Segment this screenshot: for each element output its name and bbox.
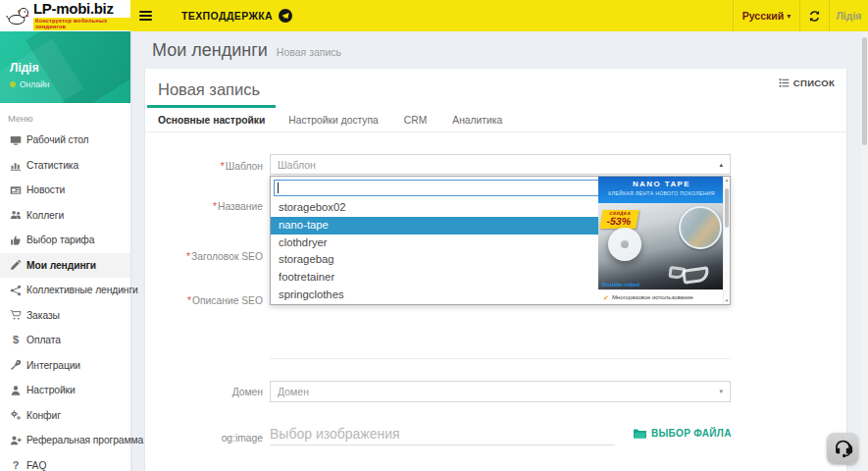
online-status-label: Онлайн bbox=[20, 79, 49, 89]
list-icon bbox=[779, 78, 790, 88]
sidebar: Лідія Онлайн Меню Рабочий стол Статистик… bbox=[0, 31, 130, 471]
logo-tagline: Конструктор мобильных лендингов bbox=[33, 18, 130, 30]
breadcrumb-current: Новая запись bbox=[277, 46, 341, 58]
sidebar-item-referral[interactable]: Реферальная программа bbox=[0, 428, 130, 453]
og-image-field-label: og:image bbox=[145, 433, 263, 444]
page-title: Мои лендинги bbox=[152, 40, 268, 61]
og-image-input[interactable] bbox=[270, 422, 615, 445]
sidebar-profile: Лідія Онлайн bbox=[0, 31, 130, 103]
logo-title: LP-mobi.biz bbox=[33, 1, 130, 16]
option-footretainer[interactable]: footretainer bbox=[271, 269, 598, 287]
sidebar-item-collective-landings[interactable]: Коллективные лендинги bbox=[0, 278, 130, 303]
sidebar-item-statistics[interactable]: Статистика bbox=[0, 153, 130, 179]
folder-icon bbox=[634, 428, 646, 439]
page-scrollbar[interactable] bbox=[861, 31, 868, 471]
online-status-dot bbox=[10, 81, 16, 87]
gears-icon bbox=[9, 409, 23, 421]
preview-photo: СКИДКА -53% Double-sided bbox=[598, 203, 725, 289]
user-plus-icon bbox=[9, 435, 23, 446]
text-cursor bbox=[278, 183, 279, 193]
list-button[interactable]: СПИСОК bbox=[779, 78, 835, 88]
check-icon: ✔ bbox=[603, 294, 609, 301]
seo-description-field-label: *Описание SEO bbox=[145, 295, 263, 306]
app-logo[interactable]: LP-mobi.biz Конструктор мобильных лендин… bbox=[0, 0, 130, 31]
headset-icon bbox=[833, 439, 853, 459]
sidebar-item-settings[interactable]: Настройки bbox=[0, 378, 130, 403]
support-label: ТЕХПОДДЕРЖКА bbox=[181, 10, 273, 22]
topbar-username: Лідія bbox=[837, 10, 862, 22]
preview-photo-caption: Double-sided bbox=[602, 282, 639, 288]
dollar-icon: $ bbox=[9, 335, 23, 345]
topbar: LP-mobi.biz Конструктор мобильных лендин… bbox=[0, 0, 868, 31]
desktop-icon bbox=[9, 134, 23, 146]
dropdown-scrollbar[interactable]: ▲ ▼ bbox=[723, 177, 730, 304]
profile-name: Лідія bbox=[10, 61, 39, 75]
discount-badge: СКИДКА -53% bbox=[599, 210, 638, 229]
thumbs-up-icon bbox=[9, 235, 23, 246]
dog-logo-icon bbox=[5, 4, 30, 27]
sidebar-item-my-landings[interactable]: Мои лендинги bbox=[0, 253, 130, 279]
hamburger-icon bbox=[139, 9, 152, 23]
sidebar-item-faq[interactable]: ? FAQ bbox=[0, 453, 130, 471]
page-scrollbar-thumb[interactable] bbox=[862, 37, 867, 145]
refresh-icon bbox=[808, 10, 821, 23]
sidebar-item-payment[interactable]: $ Оплата bbox=[0, 328, 130, 353]
support-link[interactable]: ТЕХПОДДЕРЖКА bbox=[181, 0, 292, 31]
pencil-icon bbox=[9, 259, 23, 271]
template-select[interactable]: Шаблон ▴ bbox=[270, 154, 731, 175]
tab-access-settings[interactable]: Настройки доступа bbox=[276, 105, 391, 131]
template-dropdown: storagebox02 nano-tape clothdryer storag… bbox=[270, 176, 731, 305]
sidebar-item-colleagues[interactable]: Коллеги bbox=[0, 203, 130, 229]
scroll-down-icon: ▼ bbox=[724, 298, 730, 303]
tab-bar: Основные настройки Настройки доступа CRM… bbox=[145, 105, 846, 132]
question-icon: ? bbox=[9, 460, 23, 471]
option-springclothes[interactable]: springclothes bbox=[271, 287, 598, 304]
option-nano-tape[interactable]: nano-tape bbox=[271, 217, 598, 235]
tape-strip-graphic bbox=[682, 266, 710, 285]
template-preview-image[interactable]: NANO TAPE КЛЕЙКАЯ ЛЕНТА НОВОГО ПОКОЛЕНИЯ… bbox=[598, 177, 725, 304]
breadcrumb: Мои лендинги Новая запись bbox=[130, 31, 868, 69]
name-field-label: *Название bbox=[145, 201, 263, 212]
caret-up-icon: ▴ bbox=[719, 161, 723, 169]
support-chat-button[interactable] bbox=[827, 433, 858, 464]
language-selector[interactable]: Русский ▾ bbox=[733, 0, 799, 31]
telegram-icon bbox=[279, 9, 292, 23]
share-icon bbox=[9, 285, 23, 296]
refresh-button[interactable] bbox=[799, 0, 829, 31]
dropdown-options: storagebox02 nano-tape clothdryer storag… bbox=[271, 199, 598, 304]
domain-select[interactable]: Домен ▾ bbox=[270, 381, 731, 402]
user-menu[interactable]: Лідія bbox=[829, 0, 868, 31]
domain-field-label: Домен bbox=[145, 387, 263, 397]
form-divider bbox=[270, 358, 731, 359]
sidebar-menu: Рабочий стол Статистика Новости Коллеги … bbox=[0, 128, 130, 471]
card-title: Новая запись bbox=[158, 80, 260, 99]
seo-title-field-label: *Заголовок SEO bbox=[145, 251, 263, 262]
user-icon bbox=[9, 385, 23, 396]
tab-crm[interactable]: CRM bbox=[391, 105, 439, 131]
tab-analytics[interactable]: Аналитика bbox=[439, 105, 515, 131]
sidebar-toggle-button[interactable] bbox=[130, 0, 160, 31]
pen-nib-icon bbox=[9, 359, 23, 371]
tape-roll-graphic bbox=[608, 228, 641, 261]
scrollbar-thumb[interactable] bbox=[725, 188, 729, 228]
sidebar-item-dashboard[interactable]: Рабочий стол bbox=[0, 128, 130, 153]
content-card: Новая запись СПИСОК Основные настройки Н… bbox=[145, 69, 846, 471]
template-field-label: *Шаблон bbox=[145, 161, 263, 172]
users-icon bbox=[9, 209, 23, 221]
tab-main-settings[interactable]: Основные настройки bbox=[147, 105, 276, 131]
sidebar-item-orders[interactable]: Заказы bbox=[0, 303, 130, 329]
option-storagebox02[interactable]: storagebox02 bbox=[271, 199, 598, 217]
bar-chart-icon bbox=[9, 159, 23, 171]
language-label: Русский bbox=[742, 10, 784, 22]
sidebar-item-config[interactable]: Конфиг bbox=[0, 403, 130, 429]
preview-feature-row: ✔ Многоразовое использование bbox=[598, 289, 725, 304]
sidebar-item-tariff[interactable]: Выбор тарифа bbox=[0, 228, 130, 253]
scroll-up-icon: ▲ bbox=[724, 178, 730, 183]
option-storagebag[interactable]: storagebag bbox=[271, 251, 598, 269]
choose-file-button[interactable]: ВЫБОР ФАЙЛА bbox=[634, 428, 732, 439]
option-clothdryer[interactable]: clothdryer bbox=[271, 235, 598, 252]
sidebar-item-news[interactable]: Новости bbox=[0, 178, 130, 203]
sidebar-item-integrations[interactable]: Интеграции bbox=[0, 353, 130, 379]
cart-icon bbox=[9, 309, 23, 321]
preview-header: NANO TAPE КЛЕЙКАЯ ЛЕНТА НОВОГО ПОКОЛЕНИЯ bbox=[598, 177, 725, 203]
